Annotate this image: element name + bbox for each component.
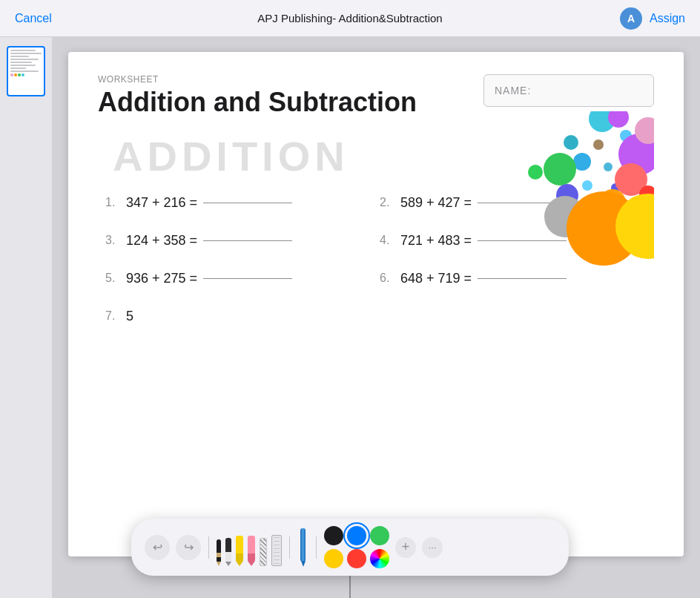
sidebar xyxy=(0,37,52,598)
assign-button[interactable]: Assign xyxy=(650,12,685,25)
thumb-line xyxy=(10,68,26,69)
answer-line-3 xyxy=(203,240,292,241)
toolbar-separator-1 xyxy=(208,536,209,559)
problem-5: 5. 936 + 275 = xyxy=(105,271,372,286)
cancel-button[interactable]: Cancel xyxy=(15,12,52,25)
top-bar-right: A Assign xyxy=(620,7,685,30)
thumb-line xyxy=(10,65,36,66)
answer-line-5 xyxy=(203,278,292,279)
problem-equation-1: 347 + 216 = xyxy=(126,195,197,211)
hatching-tool[interactable] xyxy=(260,538,267,566)
main-content: WORKSHEET Addition and Subtraction NAME: xyxy=(52,37,700,598)
more-options-button[interactable]: ··· xyxy=(422,537,443,558)
toolbar-separator-2 xyxy=(289,536,290,559)
thumb-dot xyxy=(14,73,17,76)
drawing-tools xyxy=(217,529,282,566)
blue-stylus[interactable] xyxy=(300,528,306,567)
problem-number-3: 3. xyxy=(105,234,120,247)
thumb-line xyxy=(10,50,36,51)
svg-point-4 xyxy=(604,162,612,171)
thumb-line xyxy=(10,59,39,60)
problem-7: 7. 5 xyxy=(105,309,372,324)
problem-6: 6. 648 + 719 = xyxy=(380,271,647,286)
toolbar-separator-3 xyxy=(316,536,317,559)
problem-3: 3. 124 + 358 = xyxy=(105,233,372,249)
avatar: A xyxy=(620,7,642,30)
add-color-button[interactable]: + xyxy=(395,537,416,558)
color-blue[interactable] xyxy=(347,526,366,545)
svg-point-9 xyxy=(528,165,543,180)
worksheet-title: Addition and Subtraction xyxy=(98,88,417,117)
color-yellow[interactable] xyxy=(324,549,343,568)
thumb-dot xyxy=(18,73,21,76)
problem-equation-3: 124 + 358 = xyxy=(126,233,197,249)
redo-button[interactable]: ↪ xyxy=(176,535,201,560)
problem-row-3: 5. 936 + 275 = 6. 648 + 719 = xyxy=(105,271,647,286)
problem-1: 1. 347 + 216 = xyxy=(105,195,372,211)
thumbnail-lines xyxy=(10,50,42,72)
thumb-line xyxy=(10,70,39,72)
problem-row-4: 7. 5 xyxy=(105,309,647,324)
answer-line-1 xyxy=(203,203,292,203)
thumbnail-dots xyxy=(10,73,42,76)
thumb-dot xyxy=(10,73,13,76)
worksheet-page: WORKSHEET Addition and Subtraction NAME: xyxy=(68,52,684,556)
problem-number-7: 7. xyxy=(105,309,120,323)
yellow-highlighter[interactable] xyxy=(236,536,243,566)
circles-svg xyxy=(461,111,654,267)
problem-equation-7: 5 xyxy=(126,309,133,324)
svg-point-13 xyxy=(593,139,604,150)
answer-line-6 xyxy=(478,278,567,279)
undo-button[interactable]: ↩ xyxy=(145,535,170,560)
pink-highlighter[interactable] xyxy=(248,536,255,566)
pen-tool[interactable] xyxy=(217,539,221,566)
ruler-tool[interactable] xyxy=(271,535,282,566)
problem-equation-6: 648 + 719 = xyxy=(400,271,472,286)
svg-point-5 xyxy=(544,153,576,185)
color-green[interactable] xyxy=(370,526,389,545)
problem-equation-5: 936 + 275 = xyxy=(126,271,197,286)
problem-number-2: 2. xyxy=(380,196,394,209)
page-thumbnail[interactable] xyxy=(7,46,45,96)
thumb-line xyxy=(10,62,32,63)
problem-number-6: 6. xyxy=(380,272,394,285)
color-black[interactable] xyxy=(324,526,343,545)
circles-area xyxy=(461,111,654,260)
thumb-line xyxy=(10,53,42,54)
top-bar: Cancel APJ Publishing- Addition&Subtract… xyxy=(0,0,700,37)
color-row-top xyxy=(324,526,389,545)
problem-number-4: 4. xyxy=(380,234,394,247)
color-red[interactable] xyxy=(347,549,366,568)
svg-point-6 xyxy=(582,180,592,191)
document-title: APJ Publishing- Addition&Subtraction xyxy=(257,12,442,24)
worksheet-header: WORKSHEET Addition and Subtraction NAME: xyxy=(98,74,654,117)
thumb-line xyxy=(10,56,29,57)
color-row-bottom xyxy=(324,549,389,568)
worksheet-title-block: WORKSHEET Addition and Subtraction xyxy=(98,74,417,117)
name-box: NAME: xyxy=(483,74,654,107)
color-spectrum[interactable] xyxy=(370,549,389,568)
worksheet-label: WORKSHEET xyxy=(98,74,417,85)
svg-point-1 xyxy=(564,135,578,150)
problem-number-5: 5. xyxy=(105,272,120,285)
colors-section xyxy=(324,526,389,568)
thumb-dot xyxy=(22,73,24,76)
drawing-toolbar: ↩ ↪ xyxy=(131,519,569,576)
marker-tool[interactable] xyxy=(225,538,231,566)
problem-number-1: 1. xyxy=(105,196,120,209)
